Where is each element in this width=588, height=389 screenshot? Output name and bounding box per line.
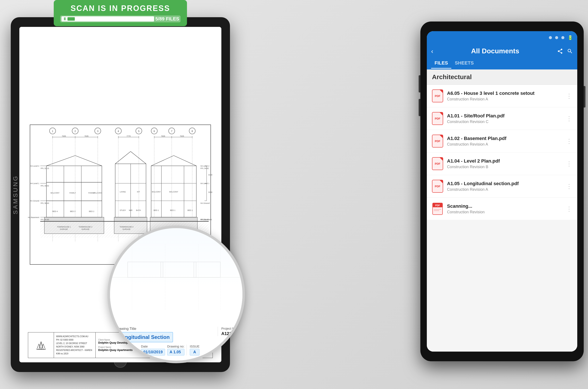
file-info-0: A6.05 - House 3 level 1 concrete setout … xyxy=(447,91,562,101)
scan-progress-banner: SCAN IS IN PROGRESS ⏸ 5/89 FILES xyxy=(54,0,187,26)
section-header-architectural: Architectural xyxy=(427,69,577,85)
phone-status-bar: 🔋 xyxy=(427,31,577,44)
svg-text:7: 7 xyxy=(171,130,172,132)
file-icon-corner xyxy=(440,135,443,138)
svg-text:HA Ground: HA Ground xyxy=(30,200,39,202)
svg-rect-47 xyxy=(46,166,102,182)
svg-rect-137 xyxy=(161,262,196,277)
tab-sheets[interactable]: SHEETS xyxy=(451,58,477,69)
svg-rect-63 xyxy=(114,217,147,221)
file-sub-3: Construction Revision B xyxy=(447,165,562,169)
file-icon-4 xyxy=(432,180,443,193)
samsung-brand-label: SAMSUNG xyxy=(12,175,19,214)
scan-banner-title: SCAN IS IN PROGRESS xyxy=(60,4,180,13)
file-more-2[interactable]: ⋮ xyxy=(566,138,572,145)
svg-text:FFL 34.82: FFL 34.82 xyxy=(201,167,209,169)
project-no-value: A12138 xyxy=(221,331,237,336)
file-more-1[interactable]: ⋮ xyxy=(566,115,572,122)
file-icon-corner xyxy=(440,90,443,93)
svg-text:3150: 3150 xyxy=(208,174,212,176)
scan-fill-bar xyxy=(67,17,75,21)
phone-vol-down-button[interactable] xyxy=(419,99,420,116)
file-sub-4: Construction Revision A xyxy=(447,187,562,192)
svg-text:KIT: KIT xyxy=(137,191,140,193)
file-info-4: A1.05 - Longitudinal section.pdf Constru… xyxy=(447,181,562,192)
svg-rect-43 xyxy=(44,217,104,221)
list-item[interactable]: A1.02 - Basement Plan.pdf Construction R… xyxy=(427,130,577,153)
svg-text:WIR: WIR xyxy=(129,209,132,211)
header-icons xyxy=(557,48,573,54)
list-item[interactable]: A1.01 - Site/Roof Plan.pdf Construction … xyxy=(427,107,577,130)
svg-text:BED 1: BED 1 xyxy=(170,209,175,211)
svg-text:HA Level 1: HA Level 1 xyxy=(201,182,209,185)
issue-label: ISSUE xyxy=(190,345,200,348)
list-item[interactable]: A1.04 - Level 2 Plan.pdf Construction Re… xyxy=(427,153,577,175)
phone-vol-up-button[interactable] xyxy=(419,75,420,93)
svg-text:STUDY: STUDY xyxy=(120,209,126,211)
file-name-4: A1.05 - Longitudinal section.pdf xyxy=(447,181,562,186)
search-icon[interactable] xyxy=(567,48,573,54)
list-item[interactable]: A1.05 - Longitudinal section.pdf Constru… xyxy=(427,175,577,198)
phone-screen: 🔋 ‹ All Documents FIL xyxy=(427,31,577,352)
file-more-scanning[interactable]: ⋮ xyxy=(566,205,572,212)
svg-text:7635: 7635 xyxy=(85,135,88,137)
svg-text:FFL 34.92: FFL 34.92 xyxy=(41,185,49,187)
file-icon-corner xyxy=(440,112,443,115)
list-item[interactable]: A6.05 - House 3 level 1 concrete setout … xyxy=(427,85,577,107)
scanning-icon: PDF xyxy=(432,202,443,215)
file-icon-corner xyxy=(440,158,443,161)
svg-text:FAMILY: FAMILY xyxy=(69,192,76,194)
file-more-0[interactable]: ⋮ xyxy=(566,93,572,99)
file-name-0: A6.05 - House 3 level 1 concrete setout xyxy=(447,91,562,96)
svg-text:HA Level 1: HA Level 1 xyxy=(30,182,39,185)
issue-value: A xyxy=(190,349,200,356)
list-item-scanning: PDF Scanning... Construction Revision ⋮ xyxy=(427,198,577,220)
share-icon[interactable] xyxy=(557,48,563,54)
drawing-title-label: Drawing Title xyxy=(115,327,213,331)
file-list: A6.05 - House 3 level 1 concrete setout … xyxy=(427,85,577,220)
file-name-3: A1.04 - Level 2 Plan.pdf xyxy=(447,158,562,164)
svg-line-48 xyxy=(46,156,75,166)
tab-files[interactable]: FILES xyxy=(431,58,451,69)
back-button[interactable]: ‹ xyxy=(431,48,433,55)
svg-text:7635: 7635 xyxy=(161,135,165,137)
svg-text:FFL 36.60: FFL 36.60 xyxy=(41,202,49,204)
svg-text:BED 3: BED 3 xyxy=(70,210,75,212)
svg-text:5: 5 xyxy=(138,130,140,132)
file-more-4[interactable]: ⋮ xyxy=(566,183,572,190)
svg-rect-138 xyxy=(194,262,220,277)
phone-power-button[interactable] xyxy=(584,86,586,107)
svg-text:3: 3 xyxy=(97,130,98,132)
phone-device: 🔋 ‹ All Documents FIL xyxy=(420,22,584,361)
status-dot-3 xyxy=(561,36,564,39)
drawing-no-label: Drawing no: xyxy=(167,345,184,348)
svg-line-82 xyxy=(174,156,196,166)
file-icon-3 xyxy=(432,157,443,170)
svg-rect-130 xyxy=(434,210,439,211)
svg-line-67 xyxy=(131,151,146,164)
phone-num: PH: 02 9300 0000 xyxy=(56,338,93,342)
file-icon-2 xyxy=(432,135,443,148)
phone-header-title: All Documents xyxy=(437,47,554,55)
title-block-info: WWW.AZARCHITECTS.COM.AU PH: 02 9300 0000… xyxy=(54,332,95,358)
file-name-2: A1.02 - Basement Plan.pdf xyxy=(447,136,562,141)
magnifier-upper xyxy=(110,228,242,327)
svg-text:HA Ground: HA Ground xyxy=(201,202,210,204)
file-icon-1 xyxy=(432,112,443,125)
scan-progress-bar-inner: ⏸ xyxy=(61,16,154,22)
svg-text:HA Level 2: HA Level 2 xyxy=(201,165,209,167)
date-value: 01/10/2019 xyxy=(141,349,165,356)
file-more-3[interactable]: ⋮ xyxy=(566,160,572,167)
scan-file-count: 5/89 FILES xyxy=(155,16,179,22)
svg-text:BED 1: BED 1 xyxy=(187,209,193,211)
scanning-sub: Construction Revision xyxy=(447,210,562,214)
svg-text:HA Basement: HA Basement xyxy=(28,216,39,219)
scanning-info: Scanning... Construction Revision xyxy=(447,203,562,214)
scan-pause-icon[interactable]: ⏸ xyxy=(63,17,67,21)
svg-line-81 xyxy=(151,156,174,166)
svg-text:7635: 7635 xyxy=(62,135,66,137)
svg-text:FFL 31.02: FFL 31.02 xyxy=(201,219,209,221)
svg-text:HA Level 2: HA Level 2 xyxy=(30,165,39,167)
svg-line-66 xyxy=(115,151,131,164)
svg-text:7770: 7770 xyxy=(127,135,131,137)
